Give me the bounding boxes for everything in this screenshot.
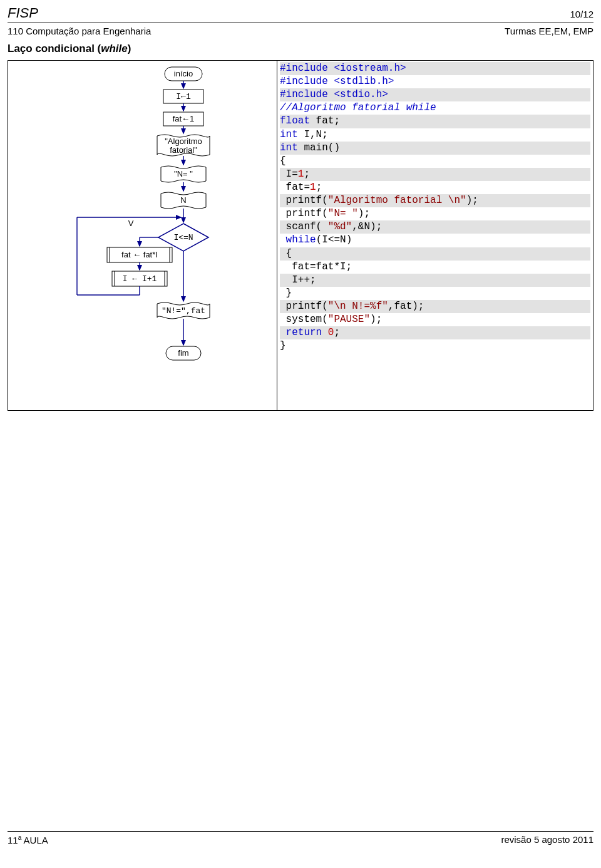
doc-title: FISP: [8, 5, 38, 21]
code-line: {: [280, 155, 590, 168]
code-line: #include <iostream.h>: [280, 62, 590, 75]
code-line: {: [280, 247, 590, 261]
class-groups: Turmas EE,EM, EMP: [505, 26, 593, 36]
svg-text:V: V: [128, 219, 134, 228]
flowchart-svg: início I←1 fat←1 "Algoritmo fatorial" "N…: [8, 61, 277, 411]
svg-text:I←1: I←1: [176, 92, 191, 101]
code-line: //Algoritmo fatorial while: [280, 101, 590, 115]
svg-text:fatorial": fatorial": [170, 145, 197, 155]
code-line: int main(): [280, 142, 590, 155]
svg-text:fat ← fat*I: fat ← fat*I: [121, 250, 158, 259]
svg-text:"Algoritmo: "Algoritmo: [165, 137, 202, 146]
code-line: fat=fat*I;: [280, 261, 590, 274]
code-line: printf("Algoritmo fatorial \n");: [280, 194, 590, 207]
page-footer: 11a AULA revisão 5 agosto 2011: [8, 831, 593, 845]
course-code: 110 Computação para Engenharia: [8, 26, 151, 36]
code-line: printf("N= ");: [280, 207, 590, 220]
code-line: #include <stdio.h>: [280, 88, 590, 101]
svg-text:I ← I+1: I ← I+1: [123, 274, 157, 284]
footer-rule: [8, 831, 593, 832]
code-line: return 0;: [280, 326, 590, 339]
svg-text:"N= ": "N= ": [174, 169, 193, 178]
code-line: }: [280, 287, 590, 300]
content-table: início I←1 fat←1 "Algoritmo fatorial" "N…: [8, 60, 593, 411]
code-line: I++;: [280, 274, 590, 287]
svg-text:N: N: [180, 195, 186, 205]
code-line: #include <stdlib.h>: [280, 75, 590, 88]
svg-text:fim: fim: [178, 348, 188, 358]
footer-left: 11a AULA: [8, 834, 48, 845]
code-cell: #include <iostream.h>#include <stdlib.h>…: [277, 61, 593, 410]
code-line: system("PAUSE");: [280, 313, 590, 326]
page-number: 10/12: [570, 9, 593, 19]
flowchart-cell: início I←1 fat←1 "Algoritmo fatorial" "N…: [8, 61, 277, 410]
code-line: int I,N;: [280, 128, 590, 142]
code-line: }: [280, 339, 590, 353]
code-line: printf("\n N!=%f",fat);: [280, 300, 590, 313]
code-line: while(I<=N): [280, 234, 590, 247]
section-heading: Laço condicional (while): [8, 43, 593, 55]
svg-text:fat←1: fat←1: [173, 114, 195, 123]
svg-text:início: início: [174, 69, 193, 78]
header-rule: [8, 23, 593, 23]
svg-text:"N!=",fat: "N!=",fat: [162, 306, 205, 316]
footer-right: revisão 5 agosto 2011: [501, 834, 593, 845]
code-line: float fat;: [280, 115, 590, 128]
code-line: I=1;: [280, 168, 590, 181]
svg-text:I<=N: I<=N: [173, 233, 193, 242]
code-line: scanf( "%d",&N);: [280, 220, 590, 234]
code-line: fat=1;: [280, 181, 590, 194]
